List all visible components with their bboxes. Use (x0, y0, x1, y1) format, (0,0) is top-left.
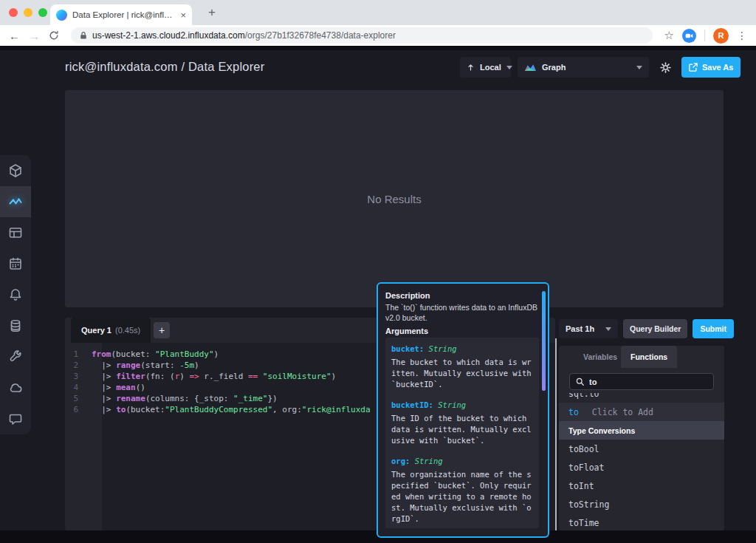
tab-variables[interactable]: Variables (574, 346, 627, 368)
browser-toolbar: ← → us-west-2-1.aws.cloud2.influxdata.co… (0, 25, 756, 46)
browser-tab[interactable]: Data Explorer | rick@influxdata × (50, 4, 192, 25)
toolbar-right: ☆ R ⋮ (664, 28, 747, 44)
minimize-window-button[interactable] (24, 8, 32, 17)
code-token: |> (92, 361, 116, 370)
graph-type-icon (524, 63, 537, 72)
forward-icon[interactable]: → (29, 30, 40, 42)
code-token: ) (214, 349, 219, 359)
zoom-extension-icon[interactable] (682, 29, 696, 43)
time-range-dropdown[interactable]: Past 1h (559, 319, 618, 338)
sidebar-item-tasks[interactable] (0, 248, 31, 279)
window-controls (9, 8, 47, 17)
tab-close-icon[interactable]: × (180, 10, 186, 20)
line-number: 6 (65, 404, 92, 415)
list-item[interactable]: sql.to (559, 393, 724, 403)
pane-resize-handle[interactable] (555, 338, 557, 530)
function-name: sql.to (568, 393, 599, 399)
code-token: mean (116, 383, 136, 392)
code-token: "PlantBuddy" (155, 349, 213, 359)
time-range-label: Past 1h (566, 324, 600, 333)
code-token: (fn: ( (145, 372, 175, 381)
save-as-button[interactable]: Save As (681, 57, 740, 78)
line-number: 2 (65, 360, 92, 371)
save-as-label: Save As (702, 63, 733, 72)
tab-functions[interactable]: Functions (621, 346, 677, 368)
argument-description: The ID of the bucket to which data is wr… (391, 413, 533, 446)
sidebar-item-settings[interactable] (0, 341, 31, 372)
sidebar-item-dashboards[interactable] (0, 217, 31, 248)
query-controls: Past 1h Query Builder Submit (559, 319, 734, 338)
query-tab[interactable]: Query 1 (0.45s) (71, 318, 151, 343)
reload-icon[interactable] (49, 30, 59, 41)
code-token: range (116, 361, 140, 370)
code-token (258, 372, 263, 381)
code-token: "PlantBuddyCompressed" (165, 405, 272, 414)
search-icon (576, 378, 584, 386)
visualization-dropdown[interactable]: Graph (518, 57, 649, 78)
sidebar-item-influxdb-logo[interactable] (0, 155, 31, 186)
profile-avatar[interactable]: R (713, 28, 729, 44)
code-token: (bucket: (111, 349, 156, 359)
code-token: ) (179, 372, 189, 381)
new-tab-button[interactable]: + (205, 6, 219, 19)
list-item[interactable]: toClick to Add (559, 403, 724, 421)
back-icon[interactable]: ← (9, 30, 20, 42)
sidebar-item-data-explorer[interactable] (0, 186, 31, 217)
function-name: toBool (568, 444, 599, 454)
zoom-window-button[interactable] (38, 8, 47, 17)
source-dropdown[interactable]: Local (460, 57, 511, 78)
functions-search[interactable] (569, 373, 714, 390)
chevron-down-icon (636, 66, 642, 69)
code-token: (columns: {_stop: (145, 394, 233, 403)
browser-chrome: Data Explorer | rick@influxdata × + ← → … (0, 0, 756, 46)
bookmark-star-icon[interactable]: ☆ (664, 29, 674, 42)
list-item[interactable]: toTime (559, 513, 724, 530)
settings-gear-icon[interactable] (656, 58, 675, 77)
tooltip-description-text: The `to()` function writes data to an In… (385, 302, 539, 323)
header-controls: Local Graph Save As (460, 57, 740, 78)
page-title: rick@influxdata.com / Data Explorer (65, 60, 264, 74)
toolbar-divider (704, 30, 705, 41)
list-item[interactable]: toFloat (559, 458, 724, 477)
code-token: (start: (140, 361, 179, 370)
list-item[interactable]: toInt (559, 477, 724, 495)
category-header: Type Conversions (559, 421, 724, 440)
argument-type: String (415, 457, 443, 465)
code-token: ) (331, 372, 337, 381)
argument-description: The organization name of the specified `… (391, 469, 533, 525)
code-token: , org: (272, 405, 302, 414)
list-item[interactable]: toString (559, 495, 724, 513)
sidebar-item-feedback[interactable] (0, 403, 31, 434)
code-token: -5m (179, 361, 194, 370)
influxdb-favicon (56, 10, 67, 21)
sidebar-item-alerts[interactable] (0, 279, 31, 310)
functions-list: sql.to toClick to Add Type Conversions t… (559, 393, 724, 530)
sidebar-item-load-data[interactable] (0, 310, 31, 341)
add-query-button[interactable]: + (154, 322, 170, 338)
argument: bucket: String The bucket to which data … (391, 344, 533, 390)
tab-title: Data Explorer | rick@influxdata (72, 10, 175, 19)
submit-button[interactable]: Submit (693, 319, 734, 338)
argument-name: bucket: (391, 344, 424, 353)
page-url: us-west-2-1.aws.cloud2.influxdata.com/or… (92, 30, 396, 41)
code-token: rename (116, 394, 145, 403)
sidebar-item-cloud[interactable] (0, 372, 31, 403)
code-token: filter (116, 372, 145, 381)
function-name: toString (568, 499, 609, 510)
url-bar[interactable]: us-west-2-1.aws.cloud2.influxdata.com/or… (71, 27, 653, 44)
list-item[interactable]: toBool (559, 440, 724, 458)
search-input[interactable] (589, 378, 707, 386)
argument: org: String The organization name of the… (391, 456, 533, 525)
query-tab-name: Query 1 (81, 326, 111, 335)
query-builder-button[interactable]: Query Builder (623, 319, 687, 338)
lock-icon (80, 31, 87, 40)
url-path: /orgs/27b1f32678fe4738/data-explorer (245, 30, 396, 41)
toolbox-tabs: Variables Functions (559, 346, 724, 368)
line-number: 1 (65, 349, 92, 360)
browser-menu-icon[interactable]: ⋮ (737, 30, 747, 41)
code-token: |> (92, 383, 116, 392)
close-window-button[interactable] (9, 8, 18, 17)
tooltip-scrollbar-thumb[interactable] (542, 291, 546, 391)
line-number: 5 (65, 393, 92, 404)
nav-rail (0, 155, 31, 434)
